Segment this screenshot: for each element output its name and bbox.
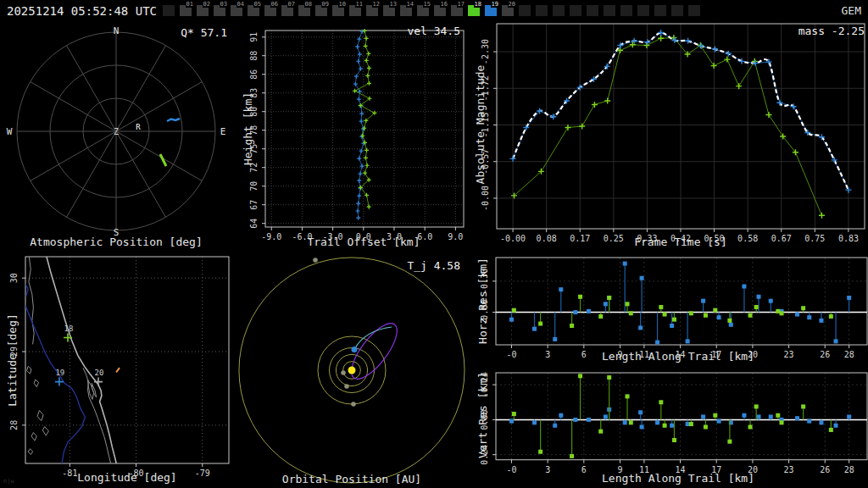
frame-box-08[interactable]: 08 — [298, 5, 310, 16]
svg-text:0.83: 0.83 — [838, 234, 859, 243]
frame-box[interactable] — [536, 5, 548, 16]
frame-box-11[interactable]: 11 — [349, 5, 361, 16]
frame-box-label: 13 — [389, 1, 398, 8]
frame-box-03[interactable]: 03 — [214, 5, 225, 16]
frame-box-label: 09 — [321, 1, 330, 8]
frame-box[interactable] — [553, 5, 565, 16]
frame-box-18[interactable]: 18 — [468, 5, 480, 16]
frame-box[interactable] — [620, 5, 632, 16]
frame-box-02[interactable]: 02 — [197, 5, 209, 16]
frame-box-label: 20 — [508, 1, 516, 8]
frame-box-19[interactable]: 19 — [485, 5, 497, 16]
svg-text:E: E — [220, 126, 226, 137]
frame-box-label: 18 — [474, 1, 482, 8]
shower-code-label: GEM — [842, 4, 861, 17]
svg-text:-0: -0 — [506, 350, 516, 359]
frame-box-04[interactable]: 04 — [231, 5, 242, 16]
frame-box-14[interactable]: 14 — [400, 5, 412, 16]
vert-residual-chart: -0369111417202326280.240.00-0.24 — [466, 364, 868, 488]
q-factor-stat: Q* 57.1 — [142, 26, 227, 39]
frame-box[interactable] — [637, 5, 649, 16]
orbital-position-chart — [237, 249, 466, 488]
frame-box[interactable] — [688, 5, 700, 16]
svg-text:26: 26 — [820, 350, 830, 359]
frame-box-strip: 0102030405060708091011121314151617181920 — [0, 0, 868, 20]
mass-stat: mass -2.25 — [746, 25, 865, 37]
frame-box-05[interactable]: 05 — [248, 5, 259, 16]
magnitude-chart: -0.000.080.170.250.330.420.500.580.670.7… — [466, 20, 868, 249]
svg-text:0.67: 0.67 — [771, 234, 792, 243]
frame-box-15[interactable]: 15 — [417, 5, 429, 16]
map-x-axis-label: Longitude [deg] — [42, 471, 212, 484]
tisserand-stat: T_j 4.58 — [376, 259, 460, 272]
frame-box[interactable] — [570, 5, 581, 16]
svg-text:23: 23 — [784, 350, 794, 359]
frame-box-label: 01 — [186, 1, 194, 8]
frame-box-label: 16 — [440, 1, 448, 8]
frame-box[interactable] — [587, 5, 598, 16]
svg-text:23: 23 — [784, 465, 794, 474]
frame-box-label: 05 — [253, 1, 262, 8]
svg-text:86: 86 — [249, 69, 259, 80]
svg-text:91: 91 — [249, 32, 259, 42]
svg-text:67: 67 — [249, 200, 259, 210]
svg-text:18: 18 — [64, 324, 74, 333]
frame-box-label: 17 — [457, 1, 465, 8]
frame-box-10[interactable]: 10 — [332, 5, 344, 16]
frame-box-label: 02 — [203, 1, 211, 8]
vert-res-y-axis-label: Vert Res [km] — [476, 372, 489, 458]
svg-text:-2.30: -2.30 — [481, 39, 490, 64]
vert-res-x-axis-label: Length Along Trail [km] — [593, 472, 763, 485]
svg-text:64: 64 — [249, 219, 259, 229]
svg-text:3: 3 — [545, 350, 550, 359]
frame-box-label: 03 — [220, 1, 228, 8]
svg-text:6: 6 — [581, 350, 587, 359]
frame-box-13[interactable]: 13 — [383, 5, 395, 16]
svg-text:88: 88 — [249, 51, 259, 61]
frame-box-label: 07 — [287, 1, 296, 8]
svg-text:9.0: 9.0 — [448, 232, 463, 241]
frame-box[interactable] — [671, 5, 683, 16]
frame-box-01[interactable]: 01 — [180, 5, 192, 16]
svg-text:28: 28 — [844, 350, 854, 359]
frame-box-07[interactable]: 07 — [281, 5, 293, 16]
frame-box-12[interactable]: 12 — [366, 5, 378, 16]
frame-box-09[interactable]: 09 — [315, 5, 327, 16]
frame-box-16[interactable]: 16 — [434, 5, 446, 16]
svg-text:0.17: 0.17 — [570, 234, 590, 243]
frame-box[interactable] — [604, 5, 615, 16]
frame-box-label: 15 — [423, 1, 431, 8]
svg-text:0.08: 0.08 — [537, 234, 557, 243]
svg-text:N: N — [114, 25, 120, 36]
frame-box-label: 06 — [270, 1, 279, 8]
svg-text:28: 28 — [844, 465, 854, 474]
svg-text:30: 30 — [9, 273, 19, 283]
frame-box-label: 10 — [338, 1, 347, 8]
svg-text:19: 19 — [55, 369, 64, 377]
frame-box-20[interactable]: 20 — [502, 5, 514, 16]
titlebar: 20251214 05:52:48 UTC 010203040506070809… — [0, 0, 868, 20]
horz-residual-chart: -036911141720232628-0.00-0.30 — [466, 249, 868, 364]
frame-box-label: 11 — [355, 1, 364, 8]
map-y-axis-label: Latitude [deg] — [6, 313, 19, 407]
trail-y-axis-label: Height [km] — [242, 92, 254, 165]
velocity-stat: vel 34.5 — [376, 25, 460, 37]
svg-text:6: 6 — [581, 465, 587, 474]
frame-box-label: 12 — [372, 1, 381, 8]
svg-text:R: R — [136, 123, 141, 131]
svg-text:W: W — [7, 126, 13, 137]
trail-offset-chart: -9.0-6.0-3.00.03.06.09.09188868380787572… — [237, 20, 466, 249]
frame-box-06[interactable]: 06 — [264, 5, 276, 16]
svg-text:-0.00: -0.00 — [481, 186, 490, 211]
magnitude-y-axis-label: Absolute Magnitude — [474, 65, 487, 185]
magnitude-x-axis-label: Frame Time [s] — [596, 236, 765, 248]
frame-box[interactable] — [519, 5, 531, 16]
frame-box[interactable] — [654, 5, 666, 16]
frame-box[interactable] — [163, 5, 175, 16]
trail-x-axis-label: Trail Offset [km] — [279, 236, 448, 248]
frame-box-17[interactable]: 17 — [451, 5, 463, 16]
svg-text:-0: -0 — [506, 465, 516, 474]
frame-box-label: 19 — [491, 1, 499, 8]
horz-res-x-axis-label: Length Along Trail [km] — [593, 350, 763, 363]
svg-text:Z: Z — [114, 127, 119, 136]
